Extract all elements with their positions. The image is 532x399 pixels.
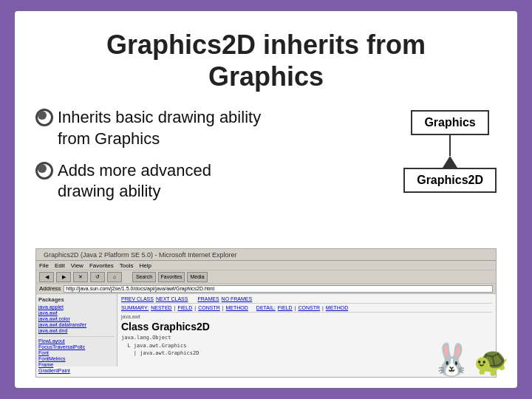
sidebar-link-applet[interactable]: java.applet <box>38 304 115 310</box>
menu-view[interactable]: View <box>71 262 83 269</box>
browser-toolbar: ◀ ▶ ✕ ↺ ⌂ Search Favorites Media <box>36 270 496 284</box>
java-package: java.awt <box>121 314 492 319</box>
forward-button[interactable]: ▶ <box>56 272 71 282</box>
java-nav-top: PREV CLASS NEXT CLASS FRAMES NO FRAMES <box>121 296 492 304</box>
nav-field[interactable]: FIELD <box>177 305 192 310</box>
menu-help[interactable]: Help <box>139 262 151 269</box>
bullet-item-2: Adds more advanceddrawing ability <box>35 160 389 202</box>
nav-frames[interactable]: FRAMES <box>197 296 219 301</box>
characters-area: 🐰 🐢 <box>432 341 508 378</box>
browser-content: Packages java.applet java.awt java.awt.c… <box>36 294 496 366</box>
browser-window: Graphics2D (Java 2 Platform SE 5.0) - Mi… <box>35 248 497 378</box>
address-bar: Address http://java.sun.com/j2se/1.5.0/d… <box>36 284 496 294</box>
bullet-item-1: Inherits basic drawing abilityfrom Graph… <box>35 107 389 149</box>
content-area: Inherits basic drawing abilityfrom Graph… <box>35 107 497 212</box>
java-nav-summary: SUMMARY: NESTED | FIELD | CONSTR | METHO… <box>121 305 492 313</box>
address-label: Address <box>39 285 61 292</box>
address-input[interactable]: http://java.sun.com/j2se/1.5.0/docs/api/… <box>64 285 493 293</box>
nav-nested[interactable]: NESTED <box>151 305 171 310</box>
bullet-text-2: Adds more advanceddrawing ability <box>58 160 211 202</box>
nav-next[interactable]: NEXT CLASS <box>156 296 188 301</box>
media-button[interactable]: Media <box>187 272 208 282</box>
menu-favorites[interactable]: Favorites <box>89 262 114 269</box>
bullet-icon-1 <box>35 109 52 125</box>
java-classname: Class Graphics2D <box>121 321 492 332</box>
nav-summary-label: SUMMARY: <box>121 305 149 310</box>
sidebar-link-focustraversalpolicy[interactable]: FocusTraversalPolic <box>38 344 115 349</box>
home-button[interactable]: ⌂ <box>107 272 122 282</box>
nav-detail-field[interactable]: FIELD <box>278 305 293 310</box>
menu-tools[interactable]: Tools <box>120 262 134 269</box>
nav-constr[interactable]: CONSTR <box>198 305 220 310</box>
diagram-bottom-box: Graphics2D <box>403 168 497 193</box>
nav-detail-method[interactable]: METHOD <box>326 305 348 310</box>
sidebar-class-section: FlowLayout FocusTraversalPolic Font Font… <box>38 336 115 373</box>
nav-prev[interactable]: PREV CLASS <box>121 296 154 301</box>
browser-titlebar: Graphics2D (Java 2 Platform SE 5.0) - Mi… <box>36 249 496 261</box>
menu-edit[interactable]: Edit <box>55 262 65 269</box>
inheritance-diagram: Graphics Graphics2D <box>403 107 497 212</box>
sidebar-link-datatransfer[interactable]: java.awt.datatransfer <box>38 322 115 327</box>
diagram-arrow-line <box>449 135 451 156</box>
favorites-button[interactable]: Favorites <box>158 272 185 282</box>
sidebar-link-flowlayout[interactable]: FlowLayout <box>38 338 115 344</box>
sidebar-link-awt[interactable]: java.awt <box>38 310 115 316</box>
bullet-text-1: Inherits basic drawing abilityfrom Graph… <box>58 107 261 149</box>
slide: Graphics2D inherits fromGraphics Inherit… <box>15 11 517 388</box>
nav-detail-label: DETAIL: <box>256 305 276 310</box>
search-button[interactable]: Search <box>132 272 156 282</box>
sidebar-link-frame[interactable]: Frame <box>38 362 115 367</box>
sidebar-link-fontmetrics[interactable]: FontMetrics <box>38 356 115 361</box>
address-value: http://java.sun.com/j2se/1.5.0/docs/api/… <box>66 286 214 291</box>
back-button[interactable]: ◀ <box>39 272 54 282</box>
stop-button[interactable]: ✕ <box>73 272 88 282</box>
sidebar-link-dnd[interactable]: java.awt.dnd <box>38 328 115 333</box>
turtle-character: 🐢 <box>474 345 508 378</box>
sidebar-title: Packages <box>38 296 115 303</box>
diagram-top-box: Graphics <box>411 110 488 135</box>
bullet-list: Inherits basic drawing abilityfrom Graph… <box>35 107 389 212</box>
browser-title: Graphics2D (Java 2 Platform SE 5.0) - Mi… <box>44 251 237 259</box>
slide-title: Graphics2D inherits fromGraphics <box>35 29 497 92</box>
bunny-character: 🐰 <box>432 341 471 378</box>
refresh-button[interactable]: ↺ <box>90 272 105 282</box>
menu-file[interactable]: File <box>39 262 49 269</box>
nav-detail-constr[interactable]: CONSTR <box>298 305 320 310</box>
bullet-icon-2 <box>35 162 52 178</box>
nav-method[interactable]: METHOD <box>226 305 248 310</box>
sidebar-link-font[interactable]: Font <box>38 350 115 355</box>
browser-menubar: File Edit View Favorites Tools Help <box>36 261 496 270</box>
browser-sidebar: Packages java.applet java.awt java.awt.c… <box>36 294 117 366</box>
diagram-arrow-head <box>443 156 457 168</box>
sidebar-link-gradientpaint[interactable]: GradientPaint <box>38 368 115 373</box>
nav-noframes[interactable]: NO FRAMES <box>222 296 253 301</box>
sidebar-link-color[interactable]: java.awt.color <box>38 316 115 321</box>
